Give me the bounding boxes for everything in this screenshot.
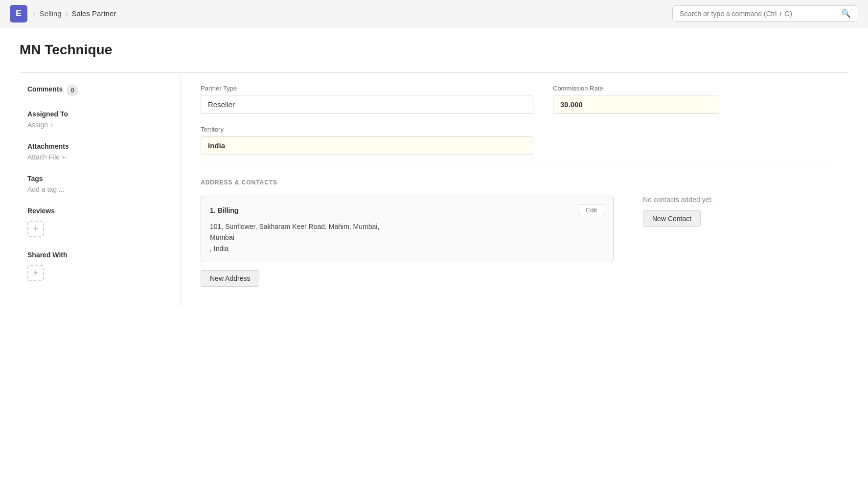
sidebar-reviews-section: Reviews +	[27, 207, 173, 237]
add-tag-link[interactable]: Add a tag ...	[27, 185, 65, 193]
territory-label: Territory	[201, 126, 533, 133]
new-contact-button[interactable]: New Contact	[643, 210, 701, 227]
address-card-title: 1. Billing	[210, 206, 238, 214]
section-divider	[201, 167, 829, 167]
breadcrumb: › Selling › Sales Partner	[33, 9, 116, 18]
address-card-billing: 1. Billing Edit 101, Sunflower, Sakharam…	[201, 196, 614, 262]
breadcrumb-chevron-2: ›	[66, 10, 68, 18]
add-review-button[interactable]: +	[27, 221, 44, 237]
address-text: 101, Sunflower, Sakharam Keer Road, Mahi…	[210, 221, 604, 254]
contacts-col: No contacts added yet. New Contact	[643, 196, 829, 287]
topbar: E › Selling › Sales Partner 🔍	[0, 0, 868, 27]
address-contacts-heading: ADDRESS & CONTACTS	[201, 179, 829, 186]
form-row-partner: Partner Type Commission Rate	[201, 85, 829, 114]
page-title: MN Technique	[20, 42, 848, 58]
breadcrumb-chevron-1: ›	[33, 10, 36, 18]
partner-type-input[interactable]	[201, 95, 533, 114]
address-card-header: 1. Billing Edit	[210, 204, 604, 216]
territory-input[interactable]	[201, 136, 533, 155]
sidebar-comments-section: Comments 0	[27, 85, 173, 96]
app-icon[interactable]: E	[10, 5, 27, 23]
attach-file-link[interactable]: Attach File +	[27, 153, 66, 161]
search-icon: 🔍	[841, 9, 851, 18]
sidebar-reviews-title: Reviews	[27, 207, 173, 215]
sidebar-assigned-title: Assigned To	[27, 110, 173, 118]
commission-rate-input[interactable]	[553, 95, 719, 114]
partner-type-label: Partner Type	[201, 85, 533, 92]
assign-link[interactable]: Assign +	[27, 121, 54, 129]
sidebar-attachments-title: Attachments	[27, 142, 173, 150]
form-area: Partner Type Commission Rate Territory A…	[181, 73, 848, 307]
sidebar-shared-title: Shared With	[27, 251, 173, 259]
sidebar-attachments-section: Attachments Attach File +	[27, 142, 173, 161]
search-bar[interactable]: 🔍	[672, 5, 858, 22]
add-shared-button[interactable]: +	[27, 265, 44, 281]
partner-type-group: Partner Type	[201, 85, 533, 114]
sidebar-tags-title: Tags	[27, 175, 173, 182]
commission-rate-label: Commission Rate	[553, 85, 719, 92]
address-contacts-layout: 1. Billing Edit 101, Sunflower, Sakharam…	[201, 196, 829, 287]
sidebar-comments-title: Comments	[27, 85, 63, 93]
address-edit-button[interactable]: Edit	[579, 204, 604, 216]
search-input[interactable]	[680, 10, 837, 18]
breadcrumb-selling[interactable]: Selling	[40, 9, 62, 18]
territory-group: Territory	[201, 126, 533, 155]
sidebar: Comments 0 Assigned To Assign + Attachme…	[20, 73, 181, 307]
breadcrumb-sales-partner[interactable]: Sales Partner	[71, 9, 116, 18]
sidebar-shared-section: Shared With +	[27, 251, 173, 281]
form-row-territory: Territory	[201, 126, 829, 155]
no-contacts-text: No contacts added yet.	[643, 196, 829, 204]
sidebar-tags-section: Tags Add a tag ...	[27, 175, 173, 193]
address-col: 1. Billing Edit 101, Sunflower, Sakharam…	[201, 196, 614, 287]
sidebar-assigned-section: Assigned To Assign +	[27, 110, 173, 129]
new-address-button[interactable]: New Address	[201, 270, 259, 287]
page-content: MN Technique Comments 0 Assigned To Assi…	[0, 27, 868, 307]
sidebar-comments-row: Comments 0	[27, 85, 173, 96]
main-layout: Comments 0 Assigned To Assign + Attachme…	[20, 72, 848, 307]
commission-rate-group: Commission Rate	[553, 85, 719, 114]
sidebar-comments-badge: 0	[67, 85, 78, 96]
